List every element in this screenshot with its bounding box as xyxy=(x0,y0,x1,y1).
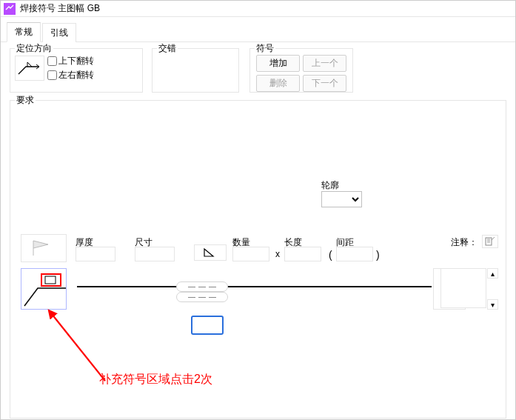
group-position-label: 定位方向 xyxy=(15,42,53,55)
multiply-symbol: x xyxy=(275,249,280,259)
group-symbol-label: 符号 xyxy=(255,42,275,55)
flip-horizontal-checkbox[interactable]: 左右翻转 xyxy=(47,69,94,81)
group-stagger: 交错 xyxy=(152,48,239,93)
orientation-icon[interactable] xyxy=(15,56,44,81)
flip-vertical-checkbox[interactable]: 上下翻转 xyxy=(47,55,94,67)
reference-line xyxy=(77,286,432,287)
group-stagger-label: 交错 xyxy=(157,42,178,55)
dash-slot-2[interactable] xyxy=(176,292,228,302)
size-label: 尺寸 xyxy=(135,236,153,249)
pitch-input[interactable] xyxy=(336,247,373,261)
tab-leader[interactable]: 引线 xyxy=(42,23,76,42)
thickness-input[interactable] xyxy=(76,247,115,261)
contour-select[interactable] xyxy=(321,191,362,207)
triangle-icon xyxy=(203,247,218,258)
pitch-label: 间距 xyxy=(336,236,354,249)
flip-vertical-input[interactable] xyxy=(47,56,57,66)
flag-icon xyxy=(29,238,58,259)
selected-slot[interactable] xyxy=(191,316,224,335)
window-title: 焊接符号 主图幅 GB xyxy=(20,2,100,15)
note-scroll-up[interactable]: ▴ xyxy=(487,268,498,279)
symbol-add-button[interactable]: 增加 xyxy=(256,55,300,72)
symbol-canvas: ▴ ▾ xyxy=(21,268,498,310)
length-label: 长度 xyxy=(284,236,302,249)
flip-vertical-label: 上下翻转 xyxy=(58,55,94,67)
group-requirements: 要求 轮廓 厚度 尺寸 xyxy=(10,100,506,419)
note-scroll-down[interactable]: ▾ xyxy=(487,299,498,310)
note-textarea[interactable] xyxy=(440,268,486,308)
flip-horizontal-input[interactable] xyxy=(47,70,57,80)
thickness-label: 厚度 xyxy=(76,236,93,249)
svg-line-2 xyxy=(52,314,105,381)
length-input[interactable] xyxy=(284,247,321,261)
size-input[interactable] xyxy=(135,247,175,261)
group-symbol: 符号 增加 上一个 删除 下一个 xyxy=(249,48,353,93)
app-window: 焊接符号 主图幅 GB 常规 引线 定位方向 上下翻转 左右翻转 xyxy=(0,0,516,420)
titlebar: 焊接符号 主图幅 GB xyxy=(1,1,515,17)
note-field: ▴ ▾ xyxy=(440,268,498,310)
symbol-prev-button[interactable]: 上一个 xyxy=(303,55,346,72)
note-edit-icon xyxy=(485,237,495,246)
symbol-delete-button[interactable]: 删除 xyxy=(256,75,300,92)
contour-label: 轮廓 xyxy=(321,179,339,192)
flag-button[interactable] xyxy=(21,234,67,262)
app-icon xyxy=(4,3,16,15)
note-label: 注释： xyxy=(451,236,478,249)
symbol-next-button[interactable]: 下一个 xyxy=(303,75,346,92)
quantity-label: 数量 xyxy=(232,236,250,249)
note-edit-button[interactable] xyxy=(482,235,498,248)
quantity-input[interactable] xyxy=(232,247,269,261)
svg-rect-0 xyxy=(486,238,492,245)
tab-row: 常规 引线 xyxy=(1,17,515,42)
paren-right: ) xyxy=(376,249,380,261)
annotation-text: 补充符号区域点击2次 xyxy=(99,372,212,387)
paren-left: ( xyxy=(329,249,332,261)
supplementary-symbol-area[interactable] xyxy=(21,268,67,310)
flip-horizontal-label: 左右翻转 xyxy=(58,69,94,81)
highlight-box xyxy=(41,273,61,287)
tab-body: 定位方向 上下翻转 左右翻转 交错 xyxy=(1,42,515,420)
groove-picker[interactable] xyxy=(194,244,227,261)
group-position: 定位方向 上下翻转 左右翻转 xyxy=(10,48,143,93)
tab-general[interactable]: 常规 xyxy=(7,22,41,42)
dash-slot-1[interactable] xyxy=(176,281,228,292)
